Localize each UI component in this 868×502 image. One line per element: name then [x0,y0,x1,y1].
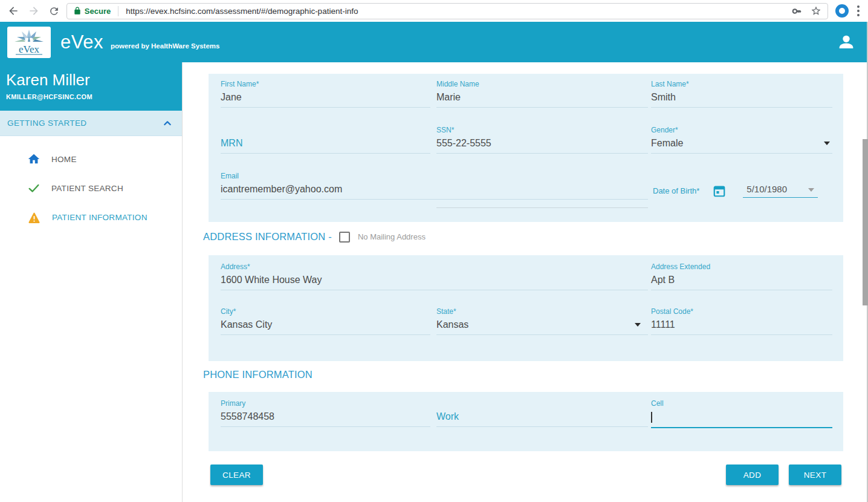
address-extended-field[interactable]: Address Extended Apt B [651,262,832,290]
add-button[interactable]: ADD [726,465,779,485]
browser-menu-icon[interactable] [857,5,860,16]
work-phone-placeholder: Work [436,409,648,427]
sidebar-item-label: PATIENT SEARCH [51,184,123,193]
browser-profile-avatar[interactable] [835,4,849,18]
main-content: First Name* Jane Middle Name Marie Last … [183,62,868,502]
last-name-field[interactable]: Last Name* Smith [651,80,832,108]
lock-icon [73,7,82,15]
check-icon [27,181,40,195]
no-mailing-label: No Mailing Address [358,232,426,241]
dropdown-caret-icon[interactable] [824,142,830,145]
evex-logo: eVex [7,27,51,58]
app-header: eVex eVex powered by HealthWare Systems [0,22,868,62]
sidebar-item-patient-information[interactable]: PATIENT INFORMATION [0,203,182,232]
city-value: Kansas City [221,318,430,335]
phone-section-header: PHONE INFORMATION [203,369,313,380]
clear-button[interactable]: CLEAR [210,465,263,485]
dob-field[interactable]: Date of Birth* 5/10/1980 [653,184,818,198]
section-label: GETTING STARTED [7,119,87,128]
refresh-icon[interactable] [46,2,63,19]
home-icon [27,152,40,166]
email-field[interactable]: Email icantremember@yahoo.com [221,172,648,200]
user-email: KMILLER@HCFSINC.COM [6,93,182,100]
address-label: Address* [221,262,648,272]
work-phone-field[interactable]: Work [436,399,648,427]
account-person-icon[interactable] [834,30,858,54]
next-button[interactable]: NEXT [789,465,841,485]
user-name: Karen Miller [6,71,182,90]
city-field[interactable]: City* Kansas City [221,307,430,335]
bookmark-star-icon[interactable] [811,5,821,16]
postal-code-field[interactable]: Postal Code* 11111 [651,307,832,335]
gender-field[interactable]: Gender* Female [651,126,832,154]
middle-name-field[interactable]: Middle Name Marie [436,80,648,108]
back-icon[interactable] [5,2,22,19]
scrollbar-thumb[interactable] [863,139,868,305]
middle-name-label: Middle Name [436,80,648,89]
primary-phone-label: Primary [221,399,430,408]
url-text[interactable]: https://evex.hcfsinc.com/assessment/#/de… [126,7,792,16]
email-label: Email [221,172,648,181]
first-name-field[interactable]: First Name* Jane [221,80,430,108]
ssn-value: 555-22-5555 [436,136,648,154]
address-section-header: ADDRESS INFORMATION - No Mailing Address [203,231,426,243]
sidebar-menu: HOME PATIENT SEARCH PATIENT INFORMATION [0,136,182,232]
primary-phone-field[interactable]: Primary 5558748458 [221,399,430,427]
url-bar[interactable]: Secure https://evex.hcfsinc.com/assessme… [66,3,828,19]
forward-icon[interactable] [25,2,42,19]
address-extended-label: Address Extended [651,262,832,272]
mrn-field[interactable]: MRN [221,126,430,154]
no-mailing-checkbox[interactable] [339,232,350,243]
address-section-title: ADDRESS INFORMATION - [203,231,332,243]
warning-icon [27,210,41,224]
secure-label: Secure [85,7,111,16]
state-value: Kansas [436,319,468,330]
empty-input-line[interactable] [436,207,648,208]
cell-phone-label: Cell [651,399,832,408]
email-value: icantremember@yahoo.com [221,182,648,200]
cell-phone-field[interactable]: Cell [651,399,832,428]
address-extended-value: Apt B [651,273,832,290]
postal-code-label: Postal Code* [651,307,832,316]
address-field[interactable]: Address* 1600 White House Way [221,262,648,290]
address-panel: Address* 1600 White House Way Address Ex… [209,255,843,361]
phone-panel: Primary 5558748458 Work Cell [209,392,843,451]
phone-section-title: PHONE INFORMATION [203,369,313,380]
getting-started-section[interactable]: GETTING STARTED [0,111,182,136]
sidebar: Karen Miller KMILLER@HCFSINC.COM GETTING… [0,62,183,502]
calendar-icon[interactable] [713,184,726,198]
dob-value: 5/10/1980 [747,184,787,194]
mrn-placeholder: MRN [221,136,430,154]
app-name: eVex [60,31,103,53]
ssn-field[interactable]: SSN* 555-22-5555 [436,126,648,154]
middle-name-value: Marie [436,90,648,108]
demographics-panel: First Name* Jane Middle Name Marie Last … [209,74,843,222]
dob-caret-icon[interactable] [808,188,814,192]
first-name-label: First Name* [221,80,430,89]
logo-text: eVex [19,44,39,55]
sidebar-item-label: HOME [51,155,77,164]
postal-code-value: 11111 [651,318,832,335]
primary-phone-value: 5558748458 [221,409,430,427]
dob-label: Date of Birth* [653,186,699,195]
first-name-value: Jane [221,90,430,108]
sidebar-item-patient-search[interactable]: PATIENT SEARCH [0,174,182,203]
powered-by-text: powered by HealthWare Systems [111,42,219,50]
gender-value: Female [651,138,683,148]
last-name-value: Smith [651,90,832,108]
key-icon[interactable] [792,6,802,16]
gender-label: Gender* [651,126,832,135]
ssn-label: SSN* [436,126,648,135]
sidebar-item-label: PATIENT INFORMATION [52,213,147,222]
user-block: Karen Miller KMILLER@HCFSINC.COM [0,62,182,111]
state-label: State* [436,307,648,316]
omnibox-divider [118,6,118,16]
text-cursor [651,412,652,423]
dropdown-caret-icon[interactable] [635,323,641,327]
chevron-up-icon[interactable] [163,119,172,128]
city-label: City* [221,307,430,316]
state-field[interactable]: State* Kansas [436,307,648,335]
sidebar-item-home[interactable]: HOME [0,145,182,174]
address-value: 1600 White House Way [221,273,648,290]
browser-toolbar: Secure https://evex.hcfsinc.com/assessme… [0,0,868,22]
